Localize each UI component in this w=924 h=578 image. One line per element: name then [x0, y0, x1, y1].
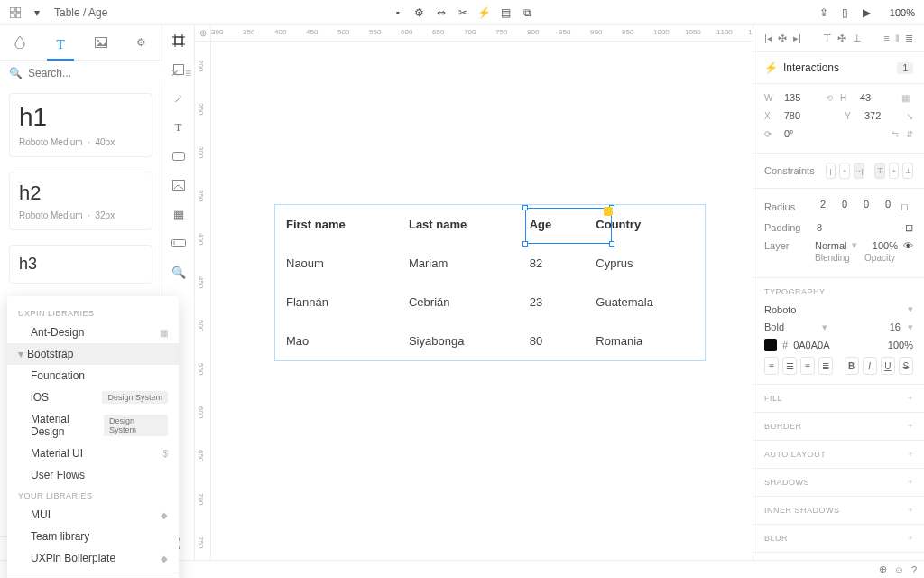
height-input[interactable] — [858, 91, 894, 104]
lib-item-foundation[interactable]: Foundation — [7, 365, 179, 387]
constraint-bottom[interactable]: ⊥ — [902, 163, 913, 179]
tool-line[interactable]: ⟋ — [171, 90, 187, 107]
section-shadows[interactable]: SHADOWS+ — [753, 469, 924, 497]
constraint-right[interactable]: →| — [854, 163, 864, 179]
blend-mode-select[interactable]: Normal — [815, 240, 846, 251]
width-input[interactable] — [782, 91, 818, 104]
radius-tr[interactable] — [836, 198, 853, 210]
align-top-icon[interactable]: ⊤ — [823, 33, 832, 44]
lib-item-material-ui[interactable]: Material UI$ — [7, 443, 179, 464]
more-align-icon[interactable]: ≣ — [905, 33, 913, 44]
text-align-justify[interactable]: ≣ — [818, 357, 833, 375]
text-strike[interactable]: S — [899, 357, 913, 375]
share-icon[interactable]: ⇪ — [818, 6, 830, 19]
lock-pos-icon[interactable]: ↘ — [906, 111, 913, 121]
target-icon[interactable]: ⊕ — [879, 564, 887, 575]
tool-image[interactable] — [171, 177, 187, 193]
list-view-icon[interactable]: ≡ — [185, 67, 191, 79]
zoom-level[interactable]: 100% — [890, 7, 915, 18]
breadcrumb[interactable]: Table / Age — [54, 6, 107, 19]
table-header[interactable]: First name — [275, 205, 398, 244]
canvas[interactable]: ⊕ 30035040045050055060065070075080085090… — [195, 25, 753, 560]
device-icon[interactable]: ▯ — [839, 6, 852, 19]
lib-item-bootstrap[interactable]: ▾Bootstrap — [7, 343, 179, 365]
arrows-icon[interactable]: ⇔ — [435, 6, 448, 19]
link-wh-icon[interactable]: ⟲ — [826, 93, 833, 103]
constraint-center-h[interactable]: + — [839, 163, 850, 179]
bolt-icon[interactable]: ⚡ — [478, 6, 491, 19]
lib-item-ant-design[interactable]: Ant-Design▦ — [7, 322, 179, 343]
artboard-table[interactable]: First nameLast nameAgeCountry NaoumMaria… — [274, 204, 706, 361]
constraint-top[interactable]: ⊤ — [874, 163, 885, 179]
tool-search[interactable]: 🔍 — [171, 264, 187, 280]
text-bold[interactable]: B — [845, 357, 859, 375]
type-preview-h2[interactable]: h2 Roboto Medium · 32px — [9, 172, 152, 230]
font-weight-select[interactable]: Bold — [764, 322, 817, 332]
table-row[interactable]: FlannánCebrián23Guatemala — [275, 283, 705, 322]
lib-item-uxpin-boilerplate[interactable]: UXPin Boilerplate◆ — [7, 547, 179, 569]
font-family-select[interactable]: Roboto — [764, 304, 902, 315]
text-color-hex[interactable]: 0A0A0A — [793, 340, 829, 350]
section-auto-layout[interactable]: AUTO LAYOUT+ — [753, 441, 924, 469]
constraint-left[interactable]: | — [826, 163, 836, 179]
align-center-h-icon[interactable]: ⧾ — [778, 33, 788, 44]
table-row[interactable]: MaoSiyabonga80Romania — [275, 322, 705, 360]
type-preview-h1[interactable]: h1 Roboto Medium · 40px — [9, 93, 152, 157]
user-icon[interactable]: ☺ — [894, 564, 904, 575]
radius-unified-icon[interactable]: □ — [901, 201, 908, 212]
dashboard-icon[interactable] — [9, 6, 22, 19]
align-bottom-icon[interactable]: ⊥ — [853, 33, 862, 44]
text-underline[interactable]: U — [881, 357, 895, 375]
chevron-down-icon[interactable]: ▾ — [31, 6, 43, 19]
distribute-v-icon[interactable]: ⦀ — [895, 33, 900, 44]
gear-icon[interactable]: ⚙ — [413, 6, 426, 19]
section-blur[interactable]: BLUR+ — [753, 525, 924, 553]
constraint-center-v[interactable]: + — [889, 163, 900, 179]
tool-input[interactable] — [171, 235, 187, 251]
tab-text[interactable]: T — [47, 33, 74, 61]
radius-tl[interactable] — [815, 198, 831, 210]
flip-v-icon[interactable]: ⇵ — [906, 129, 913, 139]
lib-item-mui[interactable]: MUI◆ — [7, 504, 179, 526]
lib-item-material-design[interactable]: Material DesignDesign System — [7, 408, 179, 443]
ruler-origin[interactable]: ⊕ — [195, 25, 211, 42]
search-input[interactable] — [26, 66, 165, 80]
text-color-opacity[interactable]: 100% — [888, 340, 913, 350]
radius-bl[interactable] — [880, 198, 896, 210]
tab-image[interactable] — [88, 33, 115, 52]
align-center-v-icon[interactable]: ⧾ — [837, 33, 847, 44]
section-border[interactable]: BORDER+ — [753, 413, 924, 441]
x-input[interactable] — [782, 109, 818, 122]
padding-input[interactable] — [815, 221, 900, 234]
section-fill[interactable]: FILL+ — [753, 385, 924, 413]
layer-opacity-input[interactable]: 100% — [873, 240, 898, 251]
tab-settings[interactable]: ⚙ — [128, 33, 155, 52]
text-align-left[interactable]: ≡ — [764, 357, 779, 375]
lib-item-ios[interactable]: iOSDesign System — [7, 387, 179, 408]
tool-frame[interactable] — [171, 33, 187, 49]
stack-icon[interactable]: ▤ — [500, 6, 513, 19]
cut-icon[interactable]: ✂ — [457, 6, 469, 19]
lib-item-user-flows[interactable]: User Flows — [7, 464, 179, 486]
tool-button[interactable] — [171, 148, 187, 164]
text-align-center[interactable]: ☰ — [782, 357, 797, 375]
tool-component[interactable]: ▦ — [171, 206, 187, 222]
align-right-icon[interactable]: ▸| — [793, 33, 801, 44]
y-input[interactable] — [863, 109, 899, 122]
padding-sides-icon[interactable]: ⊡ — [905, 222, 913, 234]
distribute-h-icon[interactable]: ≡ — [883, 33, 889, 44]
align-left-icon[interactable]: |◂ — [764, 33, 772, 44]
table-header[interactable]: Last name — [398, 205, 519, 244]
text-color-swatch[interactable] — [764, 339, 777, 351]
help-icon[interactable]: ? — [911, 564, 917, 575]
play-icon[interactable]: ▶ — [861, 6, 873, 19]
interactions-label[interactable]: Interactions — [783, 61, 897, 74]
table-header[interactable]: Country — [585, 205, 705, 244]
link-icon[interactable]: ⧉ — [522, 6, 534, 19]
flip-h-icon[interactable]: ⇋ — [892, 129, 899, 139]
text-italic[interactable]: I — [863, 357, 877, 375]
radius-br[interactable] — [858, 198, 874, 210]
tab-drop[interactable] — [6, 33, 33, 52]
text-align-right[interactable]: ≡ — [800, 357, 815, 375]
type-preview-h3[interactable]: h3 — [9, 245, 152, 284]
